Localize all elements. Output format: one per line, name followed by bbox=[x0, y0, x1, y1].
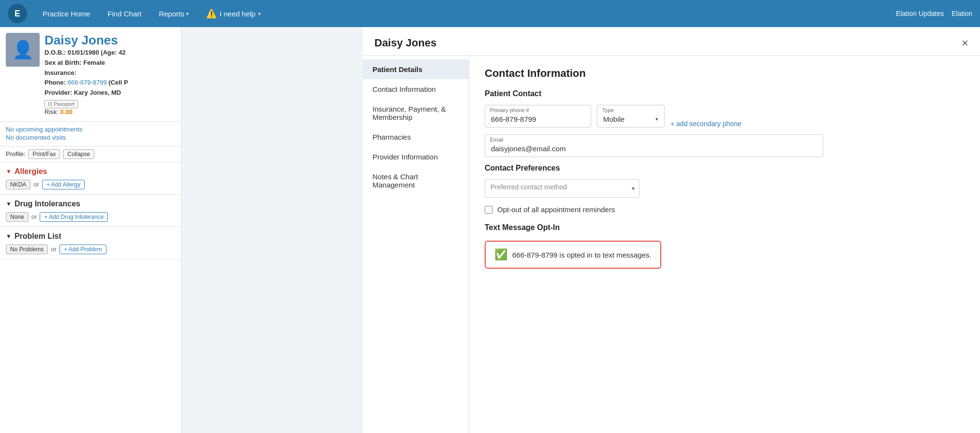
elation-updates-link[interactable]: Elation Updates bbox=[896, 10, 944, 17]
patient-sidebar: 👤 Daisy Jones D.O.B.: 01/01/1980 (Age: 4… bbox=[0, 27, 181, 433]
risk-line: Risk: 0.00 bbox=[45, 108, 175, 115]
primary-phone-field-group: Primary phone # bbox=[485, 105, 591, 128]
modal-nav-provider-info[interactable]: Provider Information bbox=[363, 147, 469, 167]
problems-header: ▼ Problem List bbox=[6, 232, 175, 241]
text-opt-in-title: Text Message Opt-In bbox=[485, 223, 965, 232]
no-problems-badge: No Problems bbox=[6, 245, 48, 254]
or-text-problems: or bbox=[51, 245, 57, 253]
opt-in-box: ✅ 666-879-8799 is opted in to text messa… bbox=[485, 241, 661, 269]
or-text-allergies: or bbox=[33, 181, 39, 188]
email-field-group: Email bbox=[485, 134, 823, 157]
problems-section: ▼ Problem List No Problems or + Add Prob… bbox=[0, 227, 181, 260]
nav-find-chart[interactable]: Find Chart bbox=[100, 6, 149, 22]
modal-nav-insurance[interactable]: Insurance, Payment, & Membership bbox=[363, 99, 469, 127]
profile-bar: Profile: Print/Fax Collapse bbox=[0, 146, 181, 162]
allergies-row: NKDA or + Add Allergy bbox=[6, 180, 175, 189]
risk-value: 0.00 bbox=[60, 108, 73, 115]
preferred-contact-select[interactable]: Phone Email Text bbox=[485, 179, 639, 198]
content-title: Contact Information bbox=[485, 67, 965, 80]
primary-phone-group: Primary phone # bbox=[485, 105, 591, 128]
passport-badge: ⊡ Passport bbox=[45, 100, 78, 108]
opt-out-checkbox[interactable] bbox=[485, 206, 492, 214]
email-form-row: Email bbox=[485, 134, 965, 157]
email-input[interactable] bbox=[491, 144, 817, 153]
drug-none-badge: None bbox=[6, 212, 29, 222]
patient-contact-label: Patient Contact bbox=[485, 89, 965, 98]
print-fax-button[interactable]: Print/Fax bbox=[28, 149, 60, 159]
modal-title: Daisy Jones bbox=[374, 37, 436, 49]
contact-preferences-label: Contact Preferences bbox=[485, 164, 965, 173]
patient-meta: D.O.B.: 01/01/1980 (Age: 42 Sex at Birth… bbox=[45, 48, 175, 98]
nav-right: Elation Updates Elation bbox=[896, 10, 972, 17]
drug-row: None or + Add Drug Intolerance bbox=[6, 212, 175, 222]
preferred-contact-row: Phone Email Text ▾ Preferred contact met… bbox=[485, 179, 965, 198]
help-warning-icon: ⚠️ bbox=[206, 8, 217, 19]
problems-toggle-icon[interactable]: ▼ bbox=[6, 233, 12, 240]
top-nav: E Practice Home Find Chart Reports ▾ ⚠️ … bbox=[0, 0, 980, 27]
opt-out-label: Opt-out of all appointment reminders bbox=[497, 205, 615, 214]
reports-arrow-icon: ▾ bbox=[186, 11, 189, 16]
drug-header: ▼ Drug Intolerances bbox=[6, 200, 175, 208]
primary-phone-input[interactable] bbox=[491, 115, 585, 123]
modal-nav-contact-info[interactable]: Contact Information bbox=[363, 79, 469, 99]
modal-nav-patient-details[interactable]: Patient Details bbox=[363, 59, 469, 79]
modal-nav-notes[interactable]: Notes & Chart Management bbox=[363, 167, 469, 195]
phone-type-select[interactable]: Mobile Home Work bbox=[603, 115, 655, 123]
allergies-toggle-icon[interactable]: ▼ bbox=[6, 168, 12, 175]
passport-icon: ⊡ bbox=[48, 101, 52, 107]
add-secondary-phone-link[interactable]: + add secondary phone bbox=[670, 120, 742, 128]
main-layout: 👤 Daisy Jones D.O.B.: 01/01/1980 (Age: 4… bbox=[0, 27, 980, 433]
avatar-icon: 👤 bbox=[12, 40, 34, 60]
add-allergy-button[interactable]: + Add Allergy bbox=[42, 180, 85, 189]
preferred-contact-wrapper: Phone Email Text ▾ Preferred contact met… bbox=[485, 179, 639, 198]
email-label: Email bbox=[490, 137, 504, 143]
type-field-group: Type Mobile Home Work ▾ bbox=[597, 105, 665, 128]
nkda-badge: NKDA bbox=[6, 180, 30, 189]
modal-nav: Patient Details Contact Information Insu… bbox=[363, 56, 469, 433]
modal-close-button[interactable]: × bbox=[962, 37, 968, 49]
or-text-drug: or bbox=[31, 213, 37, 220]
avatar: 👤 bbox=[6, 33, 40, 67]
no-visits-link[interactable]: No documented visits bbox=[6, 134, 175, 141]
app-logo[interactable]: E bbox=[8, 4, 27, 23]
help-arrow-icon: ▾ bbox=[258, 11, 261, 16]
modal-body: Patient Details Contact Information Insu… bbox=[363, 56, 980, 433]
modal-nav-pharmacies[interactable]: Pharmacies bbox=[363, 127, 469, 147]
patient-info: Daisy Jones D.O.B.: 01/01/1980 (Age: 42 … bbox=[45, 33, 175, 115]
no-appointments-link[interactable]: No upcoming appointments bbox=[6, 126, 175, 133]
allergies-header: ▼ Allergies bbox=[6, 167, 175, 176]
problems-row: No Problems or + Add Problem bbox=[6, 245, 175, 254]
collapse-button[interactable]: Collapse bbox=[63, 149, 94, 159]
primary-phone-label: Primary phone # bbox=[490, 107, 529, 113]
modal-header: Daisy Jones × bbox=[363, 27, 980, 56]
drug-toggle-icon[interactable]: ▼ bbox=[6, 201, 12, 207]
profile-label: Profile: bbox=[6, 150, 25, 158]
add-drug-button[interactable]: + Add Drug Intolerance bbox=[40, 212, 108, 222]
add-problem-button[interactable]: + Add Problem bbox=[59, 245, 106, 254]
phone-form-row: Primary phone # Type Mobile Home Wor bbox=[485, 105, 965, 128]
modal-content: Contact Information Patient Contact Prim… bbox=[469, 56, 980, 433]
nav-items: Practice Home Find Chart Reports ▾ ⚠️ I … bbox=[35, 4, 896, 23]
patient-phone-link[interactable]: 666-879-8799 bbox=[68, 79, 107, 86]
type-select-group: Type Mobile Home Work ▾ bbox=[597, 105, 665, 128]
elation-link[interactable]: Elation bbox=[951, 10, 972, 17]
patient-links: No upcoming appointments No documented v… bbox=[0, 122, 181, 146]
type-label: Type bbox=[602, 107, 614, 113]
nav-reports[interactable]: Reports ▾ bbox=[151, 6, 196, 22]
patient-modal: Daisy Jones × Patient Details Contact In… bbox=[363, 27, 980, 433]
allergies-section: ▼ Allergies NKDA or + Add Allergy bbox=[0, 162, 181, 195]
patient-header: 👤 Daisy Jones D.O.B.: 01/01/1980 (Age: 4… bbox=[0, 27, 181, 122]
nav-practice-home[interactable]: Practice Home bbox=[35, 6, 98, 22]
patient-name: Daisy Jones bbox=[45, 33, 175, 48]
opt-out-row: Opt-out of all appointment reminders bbox=[485, 205, 965, 214]
opt-in-check-icon: ✅ bbox=[494, 248, 507, 261]
type-select-arrow-icon: ▾ bbox=[655, 116, 658, 122]
drug-section: ▼ Drug Intolerances None or + Add Drug I… bbox=[0, 195, 181, 227]
opt-in-message: 666-879-8799 is opted in to text message… bbox=[512, 251, 652, 259]
nav-help[interactable]: ⚠️ I need help ▾ bbox=[198, 4, 268, 23]
